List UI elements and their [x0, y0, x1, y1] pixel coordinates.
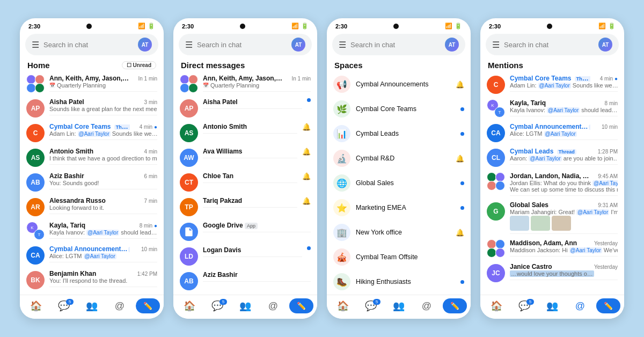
chat-list-direct: Ann, Keith, Amy, Jason,… In 1 min 📅 Quar…: [173, 72, 317, 295]
status-icons-4: 📶 🔋: [598, 23, 616, 30]
chat-item[interactable]: Google Drive App: [173, 219, 317, 244]
nav-home[interactable]: 🏠: [482, 300, 510, 312]
space-item[interactable]: 📊 Cymbal Leads: [327, 121, 471, 146]
nav-mention[interactable]: @: [106, 301, 134, 312]
chat-content: Jordan, Landon, Nadia, Asante 9:45 AM Jo…: [510, 172, 618, 196]
camera-3: [393, 24, 399, 29]
nav-mention[interactable]: @: [259, 301, 287, 312]
time-2: 2:30: [182, 23, 194, 30]
nav-people[interactable]: 👥: [538, 300, 566, 312]
unread-dot: [460, 132, 464, 136]
camera-4: [547, 24, 552, 29]
chat-avatar: CT: [180, 173, 198, 192]
space-icon: 🏢: [333, 224, 350, 241]
img-thumb: [552, 216, 571, 231]
chat-avatar: AS: [180, 124, 198, 142]
nav-home[interactable]: 🏠: [329, 300, 357, 312]
time-4: 2:30: [489, 23, 501, 30]
image-preview: [510, 216, 618, 231]
chat-item[interactable]: Ann, Keith, Amy, Jason,… In 1 min 📅 Quar…: [173, 72, 317, 96]
search-bar-2[interactable]: ☰ Search in chat AT: [179, 34, 312, 55]
user-avatar-2[interactable]: AT: [291, 38, 305, 52]
menu-icon-1[interactable]: ☰: [32, 40, 39, 50]
chat-item[interactable]: K T Kayla, Tariq 8 min ● Kayla Ivanov: @…: [20, 219, 164, 243]
nav-mention[interactable]: @: [566, 301, 594, 312]
user-avatar-4[interactable]: AT: [598, 38, 612, 52]
status-bar-2: 2:30 📶 🔋: [173, 18, 317, 32]
nav-people[interactable]: 👥: [231, 300, 259, 312]
space-icon: 🥾: [333, 273, 350, 290]
chat-item[interactable]: LD Logan Davis: [173, 244, 317, 268]
nav-people[interactable]: 👥: [78, 300, 106, 312]
search-bar-1[interactable]: ☰ Search in chat AT: [25, 34, 158, 55]
menu-icon-3[interactable]: ☰: [339, 40, 346, 50]
group-avatar: K T: [26, 222, 45, 240]
space-item[interactable]: 🏢 New York office 🔔: [327, 220, 471, 245]
menu-icon-2[interactable]: ☰: [185, 40, 193, 50]
chat-item[interactable]: CA Cymbal Announcements Thread 10 min Al…: [20, 243, 164, 267]
nav-compose[interactable]: ✏️: [594, 298, 622, 313]
chat-item[interactable]: AR Alessandra Russo 7 min Looking forwar…: [20, 194, 164, 219]
chat-content: Maddison, Adam, Ann Yesterday Maddison J…: [510, 239, 618, 257]
bell-icon: 🔔: [302, 197, 311, 205]
user-avatar-1[interactable]: AT: [138, 38, 152, 52]
nav-chat[interactable]: 💬5: [510, 300, 538, 312]
nav-chat[interactable]: 💬5: [203, 300, 231, 312]
mention-item[interactable]: CA Cymbal Announcements Thread 10 min Al…: [480, 120, 624, 145]
mention-item[interactable]: C Cymbal Core Teams Thread 4 min ● Adam …: [480, 72, 624, 97]
nav-compose[interactable]: ✏️: [134, 298, 162, 313]
chat-item[interactable]: AS Antonio Smith 4 min I think that we h…: [20, 145, 164, 170]
space-item[interactable]: 🌿 Cymbal Core Teams: [327, 97, 471, 121]
section-title-3: Spaces: [327, 58, 471, 72]
nav-mention[interactable]: @: [413, 301, 441, 312]
space-icon: 🌿: [333, 100, 350, 118]
status-icons-1: 📶 🔋: [138, 23, 155, 30]
section-title-2: Direct messages: [173, 58, 317, 72]
multi-avatar: [487, 172, 505, 191]
chat-item[interactable]: AB Aziz Bashir 6 min You: Sounds good!: [20, 170, 164, 194]
space-item[interactable]: ⭐ Marketing EMEA: [327, 195, 471, 220]
search-bar-3[interactable]: ☰ Search in chat AT: [332, 34, 465, 55]
chat-content: Global Sales 9:31 AM Mariam Jahangiri: G…: [510, 201, 618, 234]
user-avatar-3[interactable]: AT: [445, 38, 459, 52]
search-bar-4[interactable]: ☰ Search in chat AT: [486, 34, 619, 55]
nav-chat[interactable]: 💬5: [50, 300, 78, 312]
nav-home[interactable]: 🏠: [22, 300, 50, 312]
menu-icon-4[interactable]: ☰: [492, 40, 500, 50]
unread-badge[interactable]: ☐Unread: [122, 61, 156, 69]
chat-item[interactable]: AW Ava Williams 🔔: [173, 145, 317, 170]
chat-content: Cymbal Core Teams Thread 4 min ● Adam Li…: [49, 123, 157, 140]
space-item[interactable]: 🔬 Cymbal R&D 🔔: [327, 146, 471, 171]
mention-item-cymbal-leads[interactable]: CL Cymbal Leads Thread 1:28 PM Aaron: @A…: [480, 145, 624, 170]
chat-item[interactable]: AB Aziz Bashir: [173, 268, 317, 293]
space-item[interactable]: 🌐 Global Sales: [327, 171, 471, 195]
chat-item[interactable]: C Cymbal Core Teams Thread 4 min ● Adam …: [20, 120, 164, 145]
chat-item[interactable]: AP Aisha Patel 3 min Sounds like a great…: [20, 96, 164, 120]
nav-home[interactable]: 🏠: [175, 300, 203, 312]
mention-item[interactable]: G Global Sales 9:31 AM Mariam Jahangiri:…: [480, 199, 624, 237]
time-3: 2:30: [335, 23, 347, 30]
space-item[interactable]: 📢 Cymbal Announcements 🔔: [327, 72, 471, 97]
chat-item[interactable]: CT Chloe Tan 🔔: [173, 170, 317, 194]
chat-item[interactable]: AP Aisha Patel: [173, 96, 317, 120]
chat-item[interactable]: AS Antonio Smith 🔔: [173, 120, 317, 145]
mention-item[interactable]: Jordan, Landon, Nadia, Asante 9:45 AM Jo…: [480, 170, 624, 199]
chat-item[interactable]: BK Benjamin Khan 1:42 PM You: I'll respo…: [20, 267, 164, 292]
mention-item[interactable]: Maddison, Adam, Ann Yesterday Maddison J…: [480, 237, 624, 260]
space-item-cymbal-team-offsite[interactable]: 🎪 Cymbal Team Offsite: [327, 245, 471, 269]
nav-people[interactable]: 👥: [385, 300, 413, 312]
space-item[interactable]: 🥾 Hiking Enthusiasts: [327, 269, 471, 294]
phone-direct: 2:30 📶 🔋 ☰ Search in chat AT Direct mess…: [173, 18, 317, 319]
chat-avatar: AB: [26, 173, 45, 192]
chat-avatar: AB: [180, 272, 198, 290]
chat-item[interactable]: Ann, Keith, Amy, Jason,… In 1 min 📅 Quar…: [20, 72, 164, 96]
nav-compose[interactable]: ✏️: [287, 298, 315, 313]
nav-chat[interactable]: 💬5: [357, 300, 385, 312]
chat-content: Alessandra Russo 7 min Looking forward t…: [49, 197, 157, 214]
unread-dot: [307, 98, 311, 102]
chat-item[interactable]: TP Tariq Pakzad 🔔: [173, 194, 317, 219]
space-icon: 🌐: [333, 174, 350, 192]
mention-item[interactable]: K T Kayla, Tariq 8 min Kayla Ivanov: @Aa…: [480, 97, 624, 120]
nav-compose[interactable]: ✏️: [441, 298, 469, 313]
mention-item[interactable]: JC Janice Castro Yesterday …would love y…: [480, 260, 624, 285]
